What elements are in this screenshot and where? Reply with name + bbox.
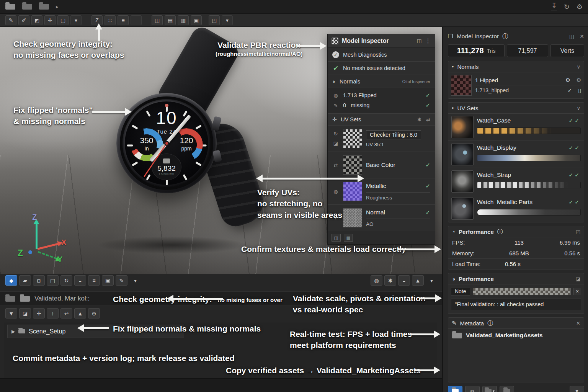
normals-thumbnail[interactable]: [451, 75, 472, 96]
particles-button[interactable]: ✱: [384, 275, 396, 286]
chart-icon[interactable]: ◰: [576, 229, 580, 235]
uv-set-row[interactable]: Watch_Strap ✓✓: [448, 168, 584, 195]
uv-set-row[interactable]: Watch_Case ✓✓: [448, 114, 584, 140]
normal-map-row[interactable]: ◗ Normal ✓ AO: [328, 204, 435, 231]
shading-button[interactable]: ◒: [398, 275, 410, 286]
link-icon[interactable]: ⇄: [426, 117, 430, 122]
mask-edit-button[interactable]: ◘: [33, 275, 45, 286]
bag-tool-button[interactable]: ▢: [47, 275, 59, 286]
sync-icon[interactable]: ↻: [564, 3, 570, 11]
import-icon[interactable]: ↧: [551, 3, 557, 11]
note-strip[interactable]: [473, 288, 571, 295]
base-color-thumbnail[interactable]: [343, 155, 362, 175]
archive-button[interactable]: ◰: [209, 15, 220, 25]
mesh-points-tool-button[interactable]: ∷: [105, 15, 116, 25]
pie-icon[interactable]: ◪: [576, 276, 580, 282]
clipboard-button[interactable]: ▣: [191, 15, 202, 25]
gear-icon[interactable]: ⚙: [565, 77, 570, 83]
normal-thumbnail[interactable]: [343, 208, 362, 227]
delete-button[interactable]: ✂: [465, 386, 480, 392]
kebab-menu-icon[interactable]: ⋮: [425, 37, 431, 44]
folder-icon[interactable]: [22, 4, 32, 10]
fill-tool-button[interactable]: ▼: [5, 308, 17, 318]
metallic-row[interactable]: ◍ Metallic ✓ Roughness: [328, 178, 435, 204]
pyramid-tool-button[interactable]: ▲: [74, 308, 86, 318]
path-text: Validated, Mar kol:;: [34, 295, 90, 302]
layers-list-button[interactable]: ≡: [88, 275, 100, 286]
checker-thumbnail[interactable]: [343, 129, 362, 148]
settings-gear-icon[interactable]: ⚙: [577, 3, 583, 11]
zoom-out-button[interactable]: ⊖: [88, 308, 100, 318]
watch-display-thumbnail[interactable]: [451, 143, 474, 165]
image-list-button[interactable]: ▥: [178, 15, 189, 25]
image-button[interactable]: ▣: [102, 275, 114, 286]
base-color-row[interactable]: ⇄ Base Color ✓: [328, 152, 435, 178]
select-tool-button[interactable]: ◆: [5, 275, 17, 286]
uv-sets-section-header[interactable]: ● UV Sets ∨: [448, 103, 584, 114]
archive-dropdown-button[interactable]: ▾: [222, 15, 233, 25]
shape-tool-button[interactable]: ◪: [19, 308, 31, 318]
mask-tool-button[interactable]: ◩: [31, 15, 42, 25]
expand-arrow-icon[interactable]: ▶: [11, 329, 15, 334]
new-folder-button[interactable]: [448, 386, 462, 392]
close-icon[interactable]: ✕: [580, 33, 584, 39]
nib-tool-button[interactable]: ✐: [18, 15, 29, 25]
cloud-tool-button[interactable]: ◒: [74, 275, 86, 286]
panel-header[interactable]: Model Inspector ◫ ⋮: [328, 34, 435, 48]
tools-dropdown-button[interactable]: ▾: [129, 275, 141, 286]
raise-tool-button[interactable]: ↑: [47, 308, 59, 318]
metadata-folder-row[interactable]: Validated_MarketingAssets: [448, 329, 584, 342]
normals-section-header[interactable]: ● Normals ∨: [448, 61, 584, 72]
grid-mode-button[interactable]: ▥: [344, 234, 353, 242]
close-icon[interactable]: ✕: [576, 320, 580, 326]
audio-button[interactable]: ◍: [371, 275, 382, 286]
layers-icon[interactable]: ◫: [417, 38, 421, 44]
folder-icon[interactable]: [39, 4, 49, 10]
3d-viewport[interactable]: 10 Tue 24 350In 120ppm 5,832 STANDARD: [0, 27, 442, 274]
list-tool-button[interactable]: ≡: [118, 15, 129, 25]
lasso-tool-button[interactable]: ▰: [19, 275, 31, 286]
normals-section: ● Normals ∨ 1 Hipped ⚙ ⚙ 1.713_hlipped: [448, 61, 584, 99]
move-tool-button[interactable]: ✛: [44, 15, 56, 25]
checker-tiling-value[interactable]: Checker Tiling : 8.0: [366, 130, 421, 139]
move-to-folder-button[interactable]: [500, 386, 514, 392]
performance-section-header[interactable]: ◔ Performance ⓘ ◰: [448, 226, 584, 237]
watch-case-thumbnail[interactable]: [451, 116, 474, 138]
metallic-thumbnail[interactable]: [343, 182, 362, 201]
gear-dim-icon[interactable]: ⚙: [576, 77, 581, 83]
uv-set-row[interactable]: Watch_Display ✓✓: [448, 140, 584, 168]
attach-tool-button[interactable]: ✛: [33, 308, 45, 318]
watch-strap-thumbnail[interactable]: [451, 170, 474, 193]
folder-options-button[interactable]: ▾: [482, 386, 497, 392]
trash-icon[interactable]: ▯: [578, 87, 581, 93]
view-dropdown-button[interactable]: ▾: [426, 275, 438, 286]
duplicate-icon[interactable]: ◫: [569, 33, 574, 39]
normals-entry[interactable]: 1 Hipped ⚙ ⚙ 1.713_hlipped ✓ ▯: [448, 72, 584, 98]
chevron-down-icon[interactable]: ∨: [577, 64, 580, 70]
preview-mode-button[interactable]: ◫: [332, 234, 341, 242]
pen-tool-button[interactable]: ✎: [5, 15, 16, 25]
validation-note-text[interactable]: "Final validation: : all checks passed: [451, 299, 581, 310]
watch-metallic-thumbnail[interactable]: [451, 198, 474, 220]
performance-note-header[interactable]: ◑ Performance ◪: [448, 273, 584, 284]
uv-set-row[interactable]: Watch_Metallic Parts ✓✓: [448, 195, 584, 222]
metadata-section-header[interactable]: ✎ Metadata ⓘ ✕: [448, 318, 584, 329]
layout-tool-button[interactable]: ◫: [152, 15, 163, 25]
unlink-icon[interactable]: ✱: [417, 117, 421, 122]
uv-sets-header[interactable]: ✛ UV Sets ✱ ⇄: [328, 113, 435, 125]
frame-dropdown-button[interactable]: ▾: [70, 15, 82, 25]
checker-tiling-row[interactable]: ↻ ◪ Checker Tiling : 8.0 UV 85:1: [328, 125, 435, 152]
rotate-tool-button[interactable]: ↻: [60, 275, 72, 286]
folder-icon[interactable]: [5, 4, 15, 10]
chevron-down-icon[interactable]: ∨: [577, 105, 580, 111]
scroll-down-button[interactable]: ▼: [570, 386, 584, 392]
curve-tool-button[interactable]: ↩: [60, 308, 72, 318]
mesh-diagnostics-row[interactable]: ✓ Mesh Diagnostics: [328, 48, 435, 61]
note-close-button[interactable]: ✕: [573, 288, 581, 295]
empty-tool-button[interactable]: [131, 15, 142, 25]
normals-row[interactable]: ◗ Normals Oitol Inspvecer: [328, 75, 435, 88]
image-export-button[interactable]: ▤: [165, 15, 176, 25]
frame-tool-button[interactable]: ▢: [57, 15, 69, 25]
brush-button[interactable]: ✎: [116, 275, 127, 286]
export-scene-button[interactable]: ▲: [412, 275, 424, 286]
